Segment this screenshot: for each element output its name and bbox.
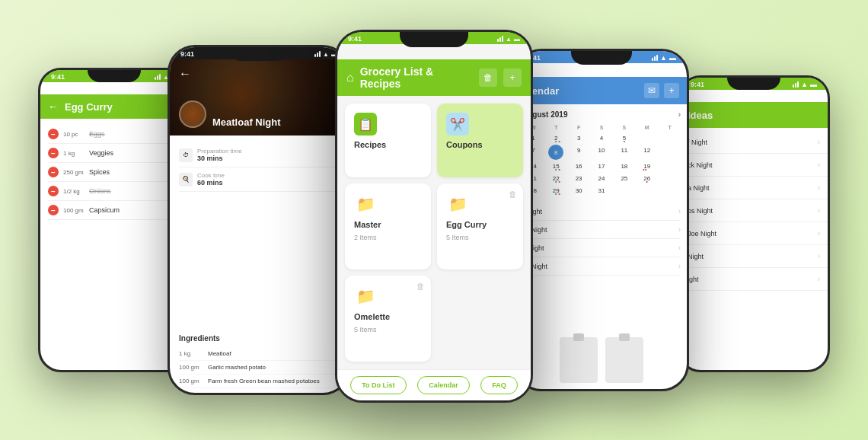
ideas-item-5[interactable]: Joe Night › <box>680 222 828 245</box>
delete-omelette[interactable]: 🗑 <box>416 282 425 291</box>
coupons-card[interactable]: ✂️ Coupons <box>437 104 523 177</box>
mini-calendar: August 2019 › W T F S S M T 1 2•• 3 4 5• <box>516 104 687 202</box>
remove-btn-3[interactable]: − <box>48 167 59 177</box>
ing-row-3: 100 gm Farm fresh Green bean mashed pota… <box>179 375 339 388</box>
wifi-r: ▲ <box>801 81 808 88</box>
qty-1: 1 kg <box>179 350 202 357</box>
trash-icon[interactable]: 🗑 <box>479 69 497 87</box>
arrow-1: › <box>818 138 820 146</box>
cal-25: 25 <box>613 173 635 184</box>
cal-24: 24 <box>591 173 613 184</box>
ideas-item-1[interactable]: f Night › <box>680 131 828 154</box>
recipes-card[interactable]: 📋 Recipes <box>345 104 431 177</box>
day-s2: S <box>613 123 635 132</box>
next-month-icon[interactable]: › <box>678 110 681 119</box>
master-card[interactable]: 📁 Master 2 Items <box>345 183 431 269</box>
clipboard-2 <box>605 337 643 383</box>
cal-8[interactable]: 8 <box>548 145 563 160</box>
cook-row: 🍳 Cook time 60 mins <box>179 167 339 192</box>
name-1: Eggs <box>89 130 105 138</box>
meatloaf-title: Meatloaf Night <box>212 116 281 128</box>
remove-btn-2[interactable]: − <box>48 148 59 158</box>
ideas-item-3[interactable]: a Night › <box>680 177 828 199</box>
omelette-folder-icon: 📁 <box>354 285 377 308</box>
recipe-details: ⏱ Preparation time 30 mins 🍳 Cook time 6… <box>170 136 348 330</box>
meal-item-3[interactable]: a Night › <box>522 239 681 257</box>
month-header: August 2019 › <box>522 110 681 119</box>
time-r: 9:41 <box>691 81 704 88</box>
bar3 <box>159 74 161 80</box>
back-icon-cl[interactable]: ← <box>179 67 191 81</box>
delete-egg-curry[interactable]: 🗑 <box>509 190 517 199</box>
meal-item-1[interactable]: f Night › <box>522 202 681 221</box>
ing-row-2: 100 gm Garlic mashed potato <box>179 361 339 375</box>
phone-notch-r <box>727 78 780 90</box>
omelette-label: Omelette <box>354 312 390 321</box>
calendar-btn[interactable]: Calendar <box>417 376 470 394</box>
home-icon: ⌂ <box>346 71 354 84</box>
mail-icon[interactable]: ✉ <box>644 83 659 98</box>
add-calendar-icon[interactable]: + <box>664 83 679 98</box>
meal-item-4[interactable]: os Night › <box>522 257 681 276</box>
faq-btn[interactable]: FAQ <box>480 376 518 394</box>
remove-btn-1[interactable]: − <box>48 129 59 139</box>
remove-btn-5[interactable]: − <box>48 205 59 215</box>
egg-curry-card-label: Egg Curry <box>446 220 487 229</box>
name-4: Onions <box>89 187 111 195</box>
signal-left <box>155 74 161 80</box>
ideas-item-7[interactable]: ight › <box>680 268 828 291</box>
cal-blank5 <box>659 173 681 184</box>
cal-9: 9 <box>568 145 590 160</box>
night-5: Joe Night <box>688 230 716 238</box>
ingredient-item: − 250 gm Spices <box>48 163 180 182</box>
calendar-screen: 9:41 ▲ ▬ alendar ✉ + August 20 <box>516 51 687 389</box>
qty-3: 100 gm <box>179 378 202 384</box>
cook-value: 60 mins <box>197 179 225 187</box>
grocery-header: ⌂ Grocery List & Recipes 🗑 + <box>337 59 531 96</box>
amount-1: 10 pc <box>63 131 85 138</box>
phone-notch-cr <box>571 51 632 65</box>
ideas-item-6[interactable]: Night › <box>680 245 828 268</box>
cal-blank2 <box>659 132 681 144</box>
ideas-item-4[interactable]: os Night › <box>680 199 828 222</box>
todo-list-btn[interactable]: To Do List <box>350 376 406 394</box>
clock-icon: ⏱ <box>179 148 193 162</box>
omelette-card[interactable]: 🗑 📁 Omelette 5 Items <box>345 276 431 362</box>
cal-17: 17 <box>591 161 613 172</box>
ideas-item-2[interactable]: ck Night › <box>680 154 828 177</box>
egg-curry-card[interactable]: 🗑 📁 Egg Curry 5 Items <box>437 183 523 269</box>
ideas-list: f Night › ck Night › a Night › os Night … <box>680 128 828 370</box>
battery-c: ▬ <box>514 36 520 43</box>
cal-19: 19•• <box>636 161 658 172</box>
remove-btn-4[interactable]: − <box>48 186 59 196</box>
calendar-grid: W T F S S M T 1 2•• 3 4 5• 7 8 9 <box>522 123 681 196</box>
cal-12: 12 <box>636 145 658 160</box>
signal-r <box>793 81 799 88</box>
signal-cr <box>652 55 658 61</box>
back-icon-left[interactable]: ← <box>48 100 59 113</box>
egg-curry-header: ← Egg Curry <box>40 94 188 119</box>
meal-item-2[interactable]: ck Night › <box>522 221 681 239</box>
cal-5: 5• <box>613 132 635 144</box>
status-icons-cl: ▲ ▬ <box>314 51 337 58</box>
wifi-c: ▲ <box>506 36 512 43</box>
add-icon[interactable]: + <box>503 69 522 87</box>
ingredient-item: − 1/2 kg Onions <box>48 182 180 201</box>
battery-cr: ▬ <box>669 54 676 62</box>
bar3 <box>319 51 321 57</box>
arrow-4: › <box>818 206 820 215</box>
status-icons-c: ▲ ▬ <box>497 36 520 43</box>
ingredients-heading: Ingredients <box>179 334 339 343</box>
coupons-label: Coupons <box>446 140 483 149</box>
phone-notch-cl <box>228 47 289 61</box>
cal-2: 2•• <box>545 132 567 144</box>
cal-29: 29•• <box>545 185 567 196</box>
ingredient-item: − 10 pc Eggs <box>48 125 180 144</box>
bar2 <box>654 56 656 61</box>
bar3 <box>656 55 658 61</box>
calendar-meal-list: f Night › ck Night › a Night › os Night … <box>516 202 687 331</box>
meal-arrow-4: › <box>678 262 681 270</box>
cal-blank4 <box>659 161 681 172</box>
cal-31: 31 <box>591 185 613 196</box>
bar2 <box>795 83 796 88</box>
